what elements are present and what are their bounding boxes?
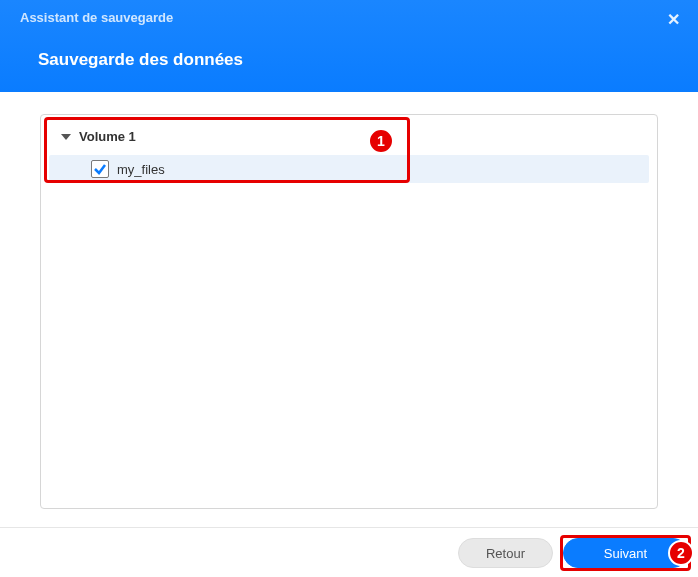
volume-label: Volume 1 bbox=[79, 129, 136, 144]
tree-item-label: my_files bbox=[117, 162, 165, 177]
close-icon: ✕ bbox=[667, 11, 680, 28]
content-area: Volume 1 my_files bbox=[0, 92, 698, 509]
expand-collapse-icon[interactable] bbox=[61, 132, 71, 142]
folder-tree-panel: Volume 1 my_files bbox=[40, 114, 658, 509]
step-title: Sauvegarde des données bbox=[20, 50, 678, 70]
checkbox[interactable] bbox=[91, 160, 109, 178]
tree-item[interactable]: my_files bbox=[49, 155, 649, 183]
wizard-name: Assistant de sauvegarde bbox=[20, 10, 678, 25]
back-button[interactable]: Retour bbox=[458, 538, 553, 568]
wizard-footer: Retour Suivant bbox=[0, 527, 698, 577]
volume-row[interactable]: Volume 1 bbox=[41, 115, 657, 149]
svg-marker-0 bbox=[61, 134, 71, 140]
close-button[interactable]: ✕ bbox=[667, 10, 680, 29]
annotation-callout-1: 1 bbox=[368, 128, 394, 154]
wizard-header: Assistant de sauvegarde Sauvegarde des d… bbox=[0, 0, 698, 92]
annotation-callout-2: 2 bbox=[668, 540, 694, 566]
